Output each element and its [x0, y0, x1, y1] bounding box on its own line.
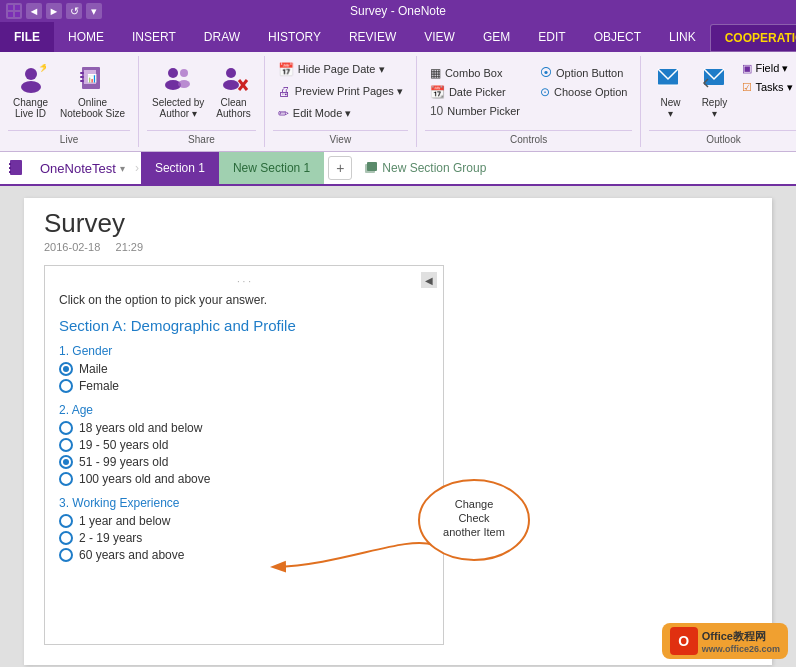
age-100-option[interactable]: 100 years old and above: [59, 472, 429, 486]
survey-area: · · · ◀ Click on the option to pick your…: [44, 265, 752, 645]
new-section-1-label: New Section 1: [233, 161, 310, 175]
preview-print-label: Preview Print Pages ▾: [295, 85, 403, 98]
gender-male-option[interactable]: Maile: [59, 362, 429, 376]
add-section-button[interactable]: +: [328, 156, 352, 180]
age-18-radio[interactable]: [59, 421, 73, 435]
selected-by-author-button[interactable]: Selected byAuthor ▾: [147, 60, 209, 122]
question-2-label: 2. Age: [59, 403, 429, 417]
exp-2-19-label: 2 - 19 years: [79, 531, 142, 545]
tab-view[interactable]: VIEW: [410, 22, 469, 52]
nav-separator-1: ›: [135, 161, 139, 175]
exp-60-radio[interactable]: [59, 548, 73, 562]
option-button-icon: ⦿: [540, 66, 552, 80]
field-button[interactable]: ▣ Field ▾: [737, 60, 796, 77]
tab-history[interactable]: HISTORY: [254, 22, 335, 52]
age-18-option[interactable]: 18 years old and below: [59, 421, 429, 435]
selected-by-author-label: Selected byAuthor ▾: [152, 97, 204, 119]
number-picker-button[interactable]: 10 Number Picker: [425, 102, 525, 120]
hide-page-date-icon: 📅: [278, 62, 294, 77]
svg-text:Check: Check: [458, 512, 490, 524]
tab-cooperation[interactable]: COOPERATION: [710, 24, 796, 52]
section-group-tab[interactable]: New Section Group: [356, 161, 494, 175]
reply-button[interactable]: Reply▾: [693, 60, 735, 122]
svg-rect-27: [9, 171, 11, 173]
selected-by-author-icon: [162, 63, 194, 95]
preview-print-pages-button[interactable]: 🖨 Preview Print Pages ▾: [273, 82, 408, 101]
svg-rect-10: [80, 76, 84, 78]
exp-2-19-radio[interactable]: [59, 531, 73, 545]
tab-draw[interactable]: DRAW: [190, 22, 254, 52]
age-100-radio[interactable]: [59, 472, 73, 486]
controls-group-items: ▦ Combo Box 📆 Date Picker 10 Number Pick…: [425, 56, 633, 130]
tasks-button[interactable]: ☑ Tasks ▾: [737, 79, 796, 96]
choose-option-button[interactable]: ⊙ Choose Option: [535, 83, 632, 101]
svg-rect-9: [80, 72, 84, 74]
app-layout: ◄ ► ↺ ▾ Survey - OneNote FILE HOME INSER…: [0, 0, 796, 667]
gender-male-radio[interactable]: [59, 362, 73, 376]
notebook-icon: [8, 159, 26, 177]
back-btn[interactable]: ◄: [26, 3, 42, 19]
outlook-small-buttons: ▣ Field ▾ ☑ Tasks ▾: [737, 60, 796, 96]
share-group-items: Selected byAuthor ▾ CleanAuthors: [147, 56, 256, 130]
app-icon: [6, 3, 22, 19]
age-19-50-option[interactable]: 19 - 50 years old: [59, 438, 429, 452]
preview-print-icon: 🖨: [278, 84, 291, 99]
clean-authors-button[interactable]: CleanAuthors: [211, 60, 255, 122]
edit-mode-button[interactable]: ✏ Edit Mode ▾: [273, 104, 357, 123]
survey-collapse-button[interactable]: ◀: [421, 272, 437, 288]
svg-point-16: [178, 80, 190, 88]
tab-review[interactable]: REVIEW: [335, 22, 410, 52]
tab-link[interactable]: LINK: [655, 22, 710, 52]
customize-btn[interactable]: ▾: [86, 3, 102, 19]
choose-option-label: Choose Option: [554, 86, 627, 98]
exp-1-option[interactable]: 1 year and below: [59, 514, 429, 528]
online-notebook-size-button[interactable]: 📊 OnlineNotebook Size: [55, 60, 130, 122]
view-group-items: 📅 Hide Page Date ▾ 🖨 Preview Print Pages…: [273, 56, 408, 130]
forward-btn[interactable]: ►: [46, 3, 62, 19]
combo-box-button[interactable]: ▦ Combo Box: [425, 64, 525, 82]
notebook-name[interactable]: OneNoteTest ▾: [32, 161, 133, 176]
new-button[interactable]: New▾: [649, 60, 691, 122]
tab-object[interactable]: OBJECT: [580, 22, 655, 52]
ribbon-group-live: ⚡ ChangeLive ID 📊: [0, 56, 139, 147]
change-live-id-label: ChangeLive ID: [13, 97, 48, 119]
age-51-99-label: 51 - 99 years old: [79, 455, 168, 469]
svg-point-18: [223, 80, 239, 90]
option-button-button[interactable]: ⦿ Option Button: [535, 64, 632, 82]
undo-btn[interactable]: ↺: [66, 3, 82, 19]
hide-page-date-button[interactable]: 📅 Hide Page Date ▾: [273, 60, 390, 79]
age-19-50-radio[interactable]: [59, 438, 73, 452]
page-wrapper: Survey 2016-02-18 21:29 · · · ◀ Click on…: [24, 198, 772, 655]
age-51-99-option[interactable]: 51 - 99 years old: [59, 455, 429, 469]
svg-rect-1: [15, 5, 20, 10]
tab-edit[interactable]: EDIT: [524, 22, 579, 52]
svg-rect-25: [9, 163, 11, 165]
section-1-tab[interactable]: Section 1: [141, 152, 219, 184]
ribbon-group-share: Selected byAuthor ▾ CleanAuthors Share: [139, 56, 265, 147]
svg-rect-24: [10, 160, 22, 175]
live-group-label: Live: [8, 130, 130, 147]
gender-female-option[interactable]: Female: [59, 379, 429, 393]
tab-file[interactable]: FILE: [0, 22, 54, 52]
ribbon-group-outlook: New▾ Reply▾ ▣ Field ▾: [641, 56, 796, 147]
ribbon-group-controls: ▦ Combo Box 📆 Date Picker 10 Number Pick…: [417, 56, 642, 147]
exp-1-radio[interactable]: [59, 514, 73, 528]
question-1-label: 1. Gender: [59, 344, 429, 358]
tab-home[interactable]: HOME: [54, 22, 118, 52]
new-section-1-tab[interactable]: New Section 1: [219, 152, 324, 184]
svg-point-15: [180, 69, 188, 77]
exp-60-option[interactable]: 60 years and above: [59, 548, 429, 562]
age-51-99-radio[interactable]: [59, 455, 73, 469]
new-label: New▾: [660, 97, 680, 119]
logo-text: Office教程网 www.office26.com: [702, 629, 780, 654]
ribbon-group-view: 📅 Hide Page Date ▾ 🖨 Preview Print Pages…: [265, 56, 417, 147]
svg-text:Change: Change: [455, 498, 494, 510]
date-picker-button[interactable]: 📆 Date Picker: [425, 83, 525, 101]
tab-gem[interactable]: GEM: [469, 22, 524, 52]
change-live-id-icon: ⚡: [15, 63, 47, 95]
exp-2-19-option[interactable]: 2 - 19 years: [59, 531, 429, 545]
change-live-id-button[interactable]: ⚡ ChangeLive ID: [8, 60, 53, 122]
tab-insert[interactable]: INSERT: [118, 22, 190, 52]
logo-line1: Office教程网: [702, 629, 780, 644]
gender-female-radio[interactable]: [59, 379, 73, 393]
